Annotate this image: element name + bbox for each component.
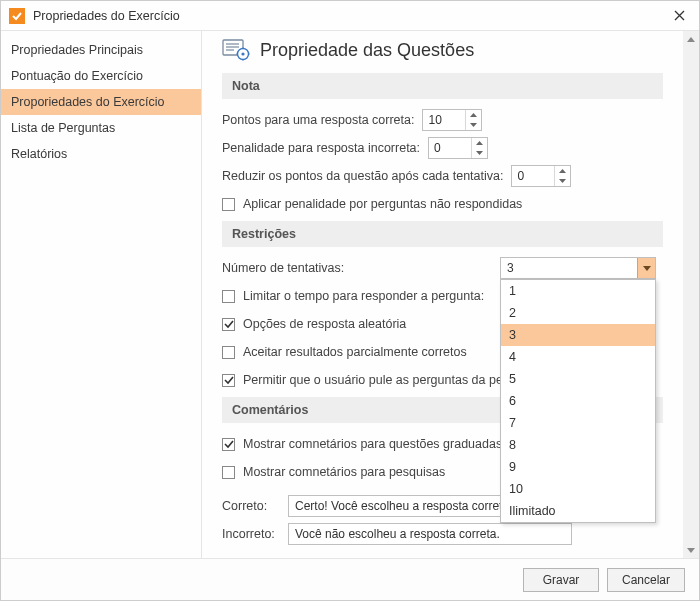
spinner-up-button[interactable]: [472, 138, 487, 148]
chevron-up-icon: [559, 169, 566, 173]
close-icon: [674, 10, 685, 21]
reduce-points-input[interactable]: [512, 166, 554, 186]
chevron-down-icon: [470, 123, 477, 127]
attempts-option[interactable]: 5: [501, 368, 655, 390]
checkbox-box: [222, 374, 235, 387]
attempts-option[interactable]: 7: [501, 412, 655, 434]
spinner-down-button[interactable]: [466, 120, 481, 130]
attempts-dropdown[interactable]: 3 12345678910Ilimitado: [500, 257, 656, 279]
checkbox-box: [222, 290, 235, 303]
attempts-option[interactable]: 8: [501, 434, 655, 456]
spinner-up-button[interactable]: [466, 110, 481, 120]
apply-penalty-unanswered-label: Aplicar penalidade por perguntas não res…: [243, 197, 522, 211]
chevron-up-icon: [470, 113, 477, 117]
dialog-footer: Gravar Cancelar: [1, 558, 699, 600]
random-answers-label: Opções de resposta aleatória: [243, 317, 406, 331]
chevron-up-icon: [476, 141, 483, 145]
check-icon: [224, 319, 234, 329]
page-header: Propriedade das Questões: [222, 39, 663, 61]
spinner-controls: [465, 110, 481, 130]
row-apply-penalty-unanswered: Aplicar penalidade por perguntas não res…: [222, 193, 663, 215]
accept-partial-checkbox[interactable]: Aceitar resultados parcialmente corretos: [222, 345, 467, 359]
spinner-down-button[interactable]: [472, 148, 487, 158]
scroll-up-button[interactable]: [683, 31, 699, 47]
app-icon: [9, 8, 25, 24]
page-header-icon: [222, 39, 250, 61]
spinner-controls: [471, 138, 487, 158]
checkbox-box: [222, 466, 235, 479]
incorrect-label: Incorreto:: [222, 527, 280, 541]
checkbox-box: [222, 318, 235, 331]
apply-penalty-unanswered-checkbox[interactable]: Aplicar penalidade por perguntas não res…: [222, 197, 522, 211]
attempts-dropdown-list: 12345678910Ilimitado: [500, 279, 656, 523]
row-incorrect-feedback: Incorreto:: [222, 523, 663, 545]
content: Propriedade das Questões Nota Pontos par…: [202, 31, 683, 558]
row-attempts: Número de tentativas: 3 12345678910Ilimi…: [222, 257, 663, 279]
penalty-incorrect-input[interactable]: [429, 138, 471, 158]
attempts-option[interactable]: 6: [501, 390, 655, 412]
check-icon: [224, 375, 234, 385]
sidebar-item-exercise-scoring[interactable]: Pontuação do Exercício: [1, 63, 201, 89]
points-correct-input[interactable]: [423, 110, 465, 130]
row-points-correct: Pontos para uma resposta correta:: [222, 109, 663, 131]
accept-partial-label: Aceitar resultados parcialmente corretos: [243, 345, 467, 359]
row-penalty-incorrect: Penalidade para resposta incorreta:: [222, 137, 663, 159]
show-graded-label: Mostrar comnetários para questões gradua…: [243, 437, 502, 451]
cancel-button[interactable]: Cancelar: [607, 568, 685, 592]
attempts-option[interactable]: 10: [501, 478, 655, 500]
sidebar-item-reports[interactable]: Relatórios: [1, 141, 201, 167]
show-survey-label: Mostrar comnetários para pesquisas: [243, 465, 445, 479]
points-correct-label: Pontos para uma resposta correta:: [222, 113, 414, 127]
attempts-dropdown-value: 3: [501, 261, 637, 275]
attempts-option[interactable]: 1: [501, 280, 655, 302]
checkbox-box: [222, 438, 235, 451]
section-restrictions-heading: Restrições: [222, 221, 663, 247]
content-wrap: Propriedade das Questões Nota Pontos par…: [202, 31, 699, 558]
checkbox-box: [222, 198, 235, 211]
svg-point-5: [241, 52, 244, 55]
penalty-incorrect-spinner[interactable]: [428, 137, 488, 159]
points-correct-spinner[interactable]: [422, 109, 482, 131]
attempts-dropdown-field[interactable]: 3: [500, 257, 656, 279]
attempts-option[interactable]: Ilimitado: [501, 500, 655, 522]
attempts-label: Número de tentativas:: [222, 261, 492, 275]
check-icon: [224, 439, 234, 449]
close-button[interactable]: [667, 4, 691, 28]
show-graded-checkbox[interactable]: Mostrar comnetários para questões gradua…: [222, 437, 502, 451]
chevron-down-icon: [687, 548, 695, 553]
checkbox-box: [222, 346, 235, 359]
vertical-scrollbar[interactable]: [683, 31, 699, 558]
save-button[interactable]: Gravar: [523, 568, 599, 592]
reduce-points-spinner[interactable]: [511, 165, 571, 187]
sidebar-item-main-properties[interactable]: Propriedades Principais: [1, 37, 201, 63]
row-reduce-points: Reduzir os pontos da questão após cada t…: [222, 165, 663, 187]
attempts-option[interactable]: 2: [501, 302, 655, 324]
correct-label: Correto:: [222, 499, 280, 513]
section-score-heading: Nota: [222, 73, 663, 99]
scroll-down-button[interactable]: [683, 542, 699, 558]
allow-skip-label: Permitir que o usuário pule as perguntas…: [243, 373, 539, 387]
dialog-body: Propriedades Principais Pontuação do Exe…: [1, 31, 699, 558]
allow-skip-checkbox[interactable]: Permitir que o usuário pule as perguntas…: [222, 373, 539, 387]
sidebar: Propriedades Principais Pontuação do Exe…: [1, 31, 202, 558]
chevron-down-icon: [643, 266, 651, 271]
page-title: Propriedade das Questões: [260, 40, 474, 61]
incorrect-feedback-input[interactable]: [288, 523, 572, 545]
attempts-option[interactable]: 3: [501, 324, 655, 346]
window-title: Propriedades do Exercício: [33, 9, 667, 23]
attempts-dropdown-button[interactable]: [637, 258, 655, 278]
attempts-option[interactable]: 9: [501, 456, 655, 478]
random-answers-checkbox[interactable]: Opções de resposta aleatória: [222, 317, 406, 331]
attempts-option[interactable]: 4: [501, 346, 655, 368]
show-survey-checkbox[interactable]: Mostrar comnetários para pesquisas: [222, 465, 445, 479]
chevron-down-icon: [559, 179, 566, 183]
spinner-down-button[interactable]: [555, 176, 570, 186]
sidebar-item-question-list[interactable]: Lista de Perguntas: [1, 115, 201, 141]
chevron-down-icon: [476, 151, 483, 155]
limit-time-checkbox[interactable]: Limitar o tempo para responder a pergunt…: [222, 289, 484, 303]
sidebar-item-exercise-properties[interactable]: Proporiedades do Exercício: [1, 89, 201, 115]
titlebar: Propriedades do Exercício: [1, 1, 699, 31]
chevron-up-icon: [687, 37, 695, 42]
spinner-controls: [554, 166, 570, 186]
spinner-up-button[interactable]: [555, 166, 570, 176]
